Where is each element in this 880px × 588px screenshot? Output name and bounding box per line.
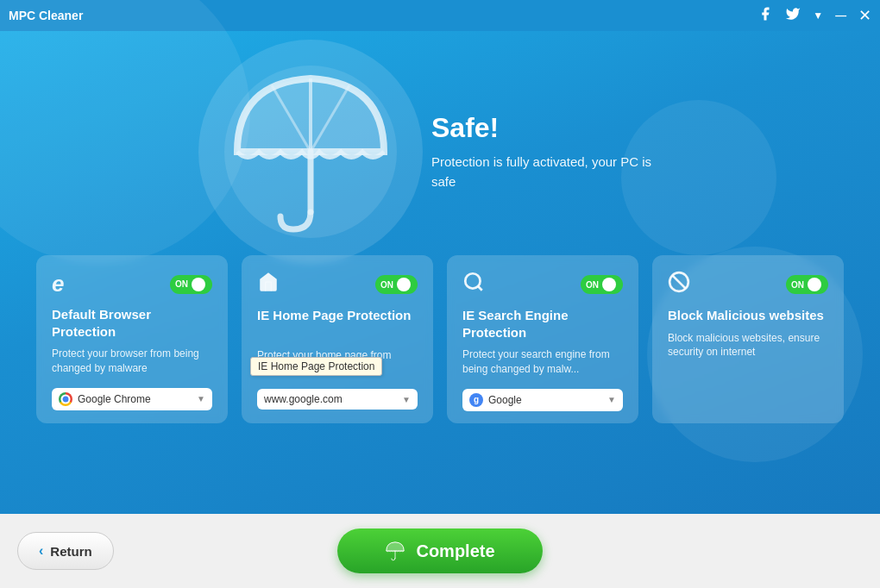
dropdown-arrow-icon: ▼ bbox=[197, 394, 205, 403]
toggle-on-label-2: ON bbox=[380, 280, 393, 290]
svg-line-7 bbox=[672, 275, 685, 288]
umbrella-icon bbox=[224, 70, 397, 234]
umbrella-wrap bbox=[216, 57, 405, 247]
search-engine-dropdown[interactable]: g Google ▼ bbox=[462, 389, 623, 411]
card-title-4: Block Malicious websites bbox=[668, 307, 828, 324]
title-bar: MPC Cleaner ▼ ─ ✕ bbox=[0, 0, 880, 31]
toggle-block-malicious[interactable]: ON bbox=[786, 275, 828, 294]
card-header-1: e ON bbox=[52, 271, 212, 297]
toggle-dot-3 bbox=[602, 278, 616, 291]
search-engine-dropdown-value: Google bbox=[488, 394, 602, 406]
title-bar-icons: ▼ ─ ✕ bbox=[757, 6, 871, 25]
return-label: Return bbox=[50, 544, 91, 559]
ie-icon: e bbox=[52, 271, 64, 297]
hero-title: Safe! bbox=[431, 112, 664, 144]
card-header-4: ON bbox=[668, 271, 828, 298]
homepage-dropdown-value: www.google.com bbox=[264, 393, 397, 405]
complete-button[interactable]: Complete bbox=[337, 529, 542, 573]
home-icon bbox=[257, 271, 280, 298]
card-desc-1: Protect your browser from being changed … bbox=[52, 347, 212, 376]
block-icon bbox=[668, 271, 690, 298]
card-default-browser: e ON Default Browser Protection Protect … bbox=[36, 255, 228, 423]
card-title-2: IE Home Page Protection bbox=[257, 307, 418, 324]
toggle-dot bbox=[192, 278, 205, 291]
card-block-malicious: ON Block Malicious websites Block malici… bbox=[652, 255, 844, 423]
chrome-icon bbox=[59, 392, 72, 406]
toggle-dot-2 bbox=[397, 278, 411, 291]
return-button[interactable]: ‹ Return bbox=[17, 532, 114, 570]
toggle-ie-search-engine[interactable]: ON bbox=[581, 275, 623, 294]
cards-section: e ON Default Browser Protection Protect … bbox=[0, 255, 880, 423]
google-g-icon: g bbox=[469, 393, 483, 407]
menu-dropdown-icon[interactable]: ▼ bbox=[813, 9, 823, 22]
toggle-on-label: ON bbox=[175, 279, 188, 289]
twitter-icon[interactable] bbox=[785, 6, 801, 25]
bottom-bar: ‹ Return Complete bbox=[0, 514, 880, 588]
browser-dropdown-value: Google Chrome bbox=[78, 393, 192, 405]
hero-text: Safe! Protection is fully activated, you… bbox=[431, 112, 664, 191]
dropdown-arrow-icon-2: ▼ bbox=[402, 395, 411, 404]
toggle-on-label-4: ON bbox=[791, 280, 804, 290]
toggle-default-browser[interactable]: ON bbox=[170, 275, 212, 294]
app-logo: MPC Cleaner bbox=[9, 9, 83, 22]
toggle-ie-home-page[interactable]: ON bbox=[375, 275, 418, 294]
logo-text: MPC Cleaner bbox=[9, 9, 83, 22]
card-title-3: IE Search Engine Protection bbox=[462, 307, 623, 341]
homepage-dropdown[interactable]: www.google.com ▼ bbox=[257, 389, 418, 410]
card-desc-3: Protect your search engine from being ch… bbox=[462, 347, 623, 377]
complete-umbrella-icon bbox=[385, 541, 405, 561]
card-header-3: ON bbox=[462, 271, 623, 298]
browser-dropdown[interactable]: Google Chrome ▼ bbox=[52, 388, 212, 410]
card-title-1: Default Browser Protection bbox=[52, 306, 212, 340]
hero-description: Protection is fully activated, your PC i… bbox=[431, 153, 664, 191]
card-desc-4: Block malicious websites, ensure securit… bbox=[668, 331, 828, 360]
toggle-on-label-3: ON bbox=[586, 280, 599, 290]
facebook-icon[interactable] bbox=[757, 6, 773, 25]
svg-line-5 bbox=[478, 286, 482, 291]
card-ie-home-page: ON IE Home Page Protection IE Home Page … bbox=[242, 255, 433, 423]
tooltip-ie-home-page: IE Home Page Protection bbox=[250, 357, 382, 376]
card-ie-search-engine: ON IE Search Engine Protection Protect y… bbox=[447, 255, 638, 423]
main-area: Safe! Protection is fully activated, you… bbox=[0, 31, 880, 514]
search-icon bbox=[462, 271, 485, 298]
complete-label: Complete bbox=[416, 541, 494, 561]
hero-section: Safe! Protection is fully activated, you… bbox=[0, 31, 880, 247]
return-chevron-icon: ‹ bbox=[39, 543, 43, 559]
card-header-2: ON bbox=[257, 271, 418, 298]
svg-point-4 bbox=[465, 273, 480, 288]
minimize-icon[interactable]: ─ bbox=[835, 8, 846, 23]
close-icon[interactable]: ✕ bbox=[858, 6, 871, 25]
dropdown-arrow-icon-3: ▼ bbox=[607, 395, 616, 404]
toggle-dot-4 bbox=[808, 278, 821, 291]
